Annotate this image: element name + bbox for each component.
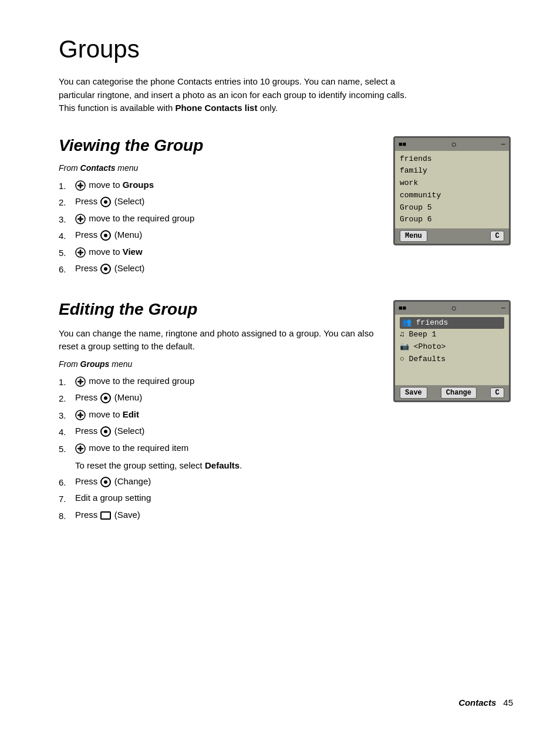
phone-screen-1: ■■ ◯ ⎼ friends family work community Gro… xyxy=(393,136,511,246)
page-content: Groups You can categorise the phone Cont… xyxy=(0,0,560,581)
status-bar-1: ■■ ◯ ⎼ xyxy=(395,138,509,151)
nav-icon-e1 xyxy=(75,376,86,387)
status-icon-right: ⎼ xyxy=(501,141,505,148)
editing-steps: 1. move to the required group 2. Press (… xyxy=(59,375,387,524)
viewing-section: Viewing the Group From Contacts menu 1. … xyxy=(59,136,513,279)
edit-step-2: 2. Press (Menu) xyxy=(59,391,387,406)
editing-section: Editing the Group You can change the nam… xyxy=(59,300,513,525)
intro-end: only. xyxy=(257,103,278,113)
edit-step-5b: To reset the group setting, select Defau… xyxy=(59,458,387,473)
phone-bottom-2: Save Change C xyxy=(395,385,509,400)
svg-marker-13 xyxy=(79,249,82,251)
phone-btn-save: Save xyxy=(400,387,427,399)
svg-point-17 xyxy=(79,251,82,254)
svg-point-35 xyxy=(79,447,82,450)
nav-icon-5 xyxy=(75,247,86,258)
viewing-steps: 1. move to Groups 2. Press (Select) 3. xyxy=(59,178,387,277)
status-bar-2: ■■ ◯ ⎼ xyxy=(395,302,509,315)
phone-item-group5: Group 5 xyxy=(400,202,504,214)
editing-phone: ■■ ◯ ⎼ 👥 friends ♫ Beep 1 📷 <Photo> ○ De… xyxy=(387,300,517,525)
svg-marker-7 xyxy=(79,215,82,218)
edit-a-group-setting: Edit a group setting xyxy=(75,491,151,505)
step-5: 5. move to View xyxy=(59,245,387,261)
svg-marker-1 xyxy=(79,182,82,184)
svg-marker-15 xyxy=(77,251,79,254)
phone-item-family: family xyxy=(400,165,504,177)
status-icon-mid: ◯ xyxy=(452,140,456,148)
intro-paragraph: You can categorise the phone Contacts en… xyxy=(59,75,423,115)
phone-item-community: community xyxy=(400,190,504,202)
nav-icon-3 xyxy=(75,214,86,224)
svg-marker-9 xyxy=(77,218,79,220)
svg-marker-2 xyxy=(79,187,82,189)
nav-icon-e3 xyxy=(75,410,86,420)
phone-item-group6: Group 6 xyxy=(400,214,504,226)
svg-marker-25 xyxy=(79,412,82,414)
phone-item2-beep: ♫ Beep 1 xyxy=(400,329,504,341)
intro-bold: Phone Contacts list xyxy=(175,103,257,113)
editing-text-col: Editing the Group You can change the nam… xyxy=(59,300,387,525)
status-icon-left: ■■ xyxy=(399,141,406,148)
select-icon-e6 xyxy=(100,477,111,487)
select-icon-e2 xyxy=(100,393,111,403)
page-title: Groups xyxy=(59,35,513,63)
status-icon-left-2: ■■ xyxy=(399,305,406,312)
phone-item2-friends: 👥 friends xyxy=(400,317,504,329)
phone-btn-c: C xyxy=(490,231,504,241)
select-icon-4 xyxy=(100,230,111,241)
step-3: 3. move to the required group xyxy=(59,212,387,227)
viewing-from: From Contacts menu xyxy=(59,163,387,173)
svg-marker-14 xyxy=(79,254,82,256)
viewing-text: Viewing the Group From Contacts menu 1. … xyxy=(59,136,387,279)
footer-section: Contacts xyxy=(458,698,496,708)
svg-point-11 xyxy=(79,218,82,220)
page-footer: Contacts 45 xyxy=(458,698,513,708)
phone-btn-menu: Menu xyxy=(400,230,427,242)
edit-step-4: 4. Press (Select) xyxy=(59,425,387,440)
svg-marker-31 xyxy=(79,445,82,447)
svg-marker-3 xyxy=(77,184,79,187)
svg-marker-22 xyxy=(82,380,84,383)
svg-point-29 xyxy=(79,414,82,416)
svg-point-5 xyxy=(79,184,82,187)
phone-item-friends: friends xyxy=(400,153,504,166)
save-icon-e8 xyxy=(100,511,111,520)
svg-marker-26 xyxy=(79,416,82,419)
select-icon-e4 xyxy=(100,426,111,437)
phone-item2-photo: 📷 <Photo> xyxy=(400,341,504,353)
edit-step-5: 5. move to the required item xyxy=(59,442,387,457)
footer-page: 45 xyxy=(503,698,513,708)
svg-marker-20 xyxy=(79,383,82,385)
phone-btn-c2: C xyxy=(490,388,504,398)
step-6: 6. Press (Select) xyxy=(59,262,387,277)
step-2: 2. Press (Select) xyxy=(59,195,387,210)
phone-bottom-1: Menu C xyxy=(395,228,509,244)
step-1: 1. move to Groups xyxy=(59,178,387,194)
select-icon-6 xyxy=(100,264,111,274)
phone-list-2: 👥 friends ♫ Beep 1 📷 <Photo> ○ Defaults xyxy=(395,315,509,385)
step-4: 4. Press (Menu) xyxy=(59,228,387,244)
svg-marker-4 xyxy=(82,184,84,187)
select-icon-2 xyxy=(100,197,111,207)
svg-marker-19 xyxy=(79,378,82,380)
status-icon-mid-2: ◯ xyxy=(452,304,456,312)
svg-marker-27 xyxy=(77,414,79,416)
svg-marker-8 xyxy=(79,220,82,223)
viewing-heading: Viewing the Group xyxy=(59,136,387,155)
svg-marker-16 xyxy=(82,251,84,254)
phone-btn-change: Change xyxy=(441,387,477,399)
editing-description: You can change the name, ringtone and ph… xyxy=(59,327,376,353)
svg-point-23 xyxy=(79,380,82,383)
svg-marker-32 xyxy=(79,450,82,452)
viewing-phone: ■■ ◯ ⎼ friends family work community Gro… xyxy=(387,136,517,279)
edit-step-1: 1. move to the required group xyxy=(59,375,387,390)
svg-marker-28 xyxy=(82,414,84,416)
status-icon-right-2: ⎼ xyxy=(501,305,505,312)
svg-marker-21 xyxy=(77,380,79,383)
phone-item-work: work xyxy=(400,177,504,190)
edit-step-6: 6. Press (Change) xyxy=(59,475,387,490)
phone-list-1: friends family work community Group 5 Gr… xyxy=(395,151,509,229)
edit-step-8: 8. Press (Save) xyxy=(59,508,387,524)
edit-step-7: 7. Edit a group setting xyxy=(59,491,387,507)
editing-heading: Editing the Group xyxy=(59,300,387,319)
